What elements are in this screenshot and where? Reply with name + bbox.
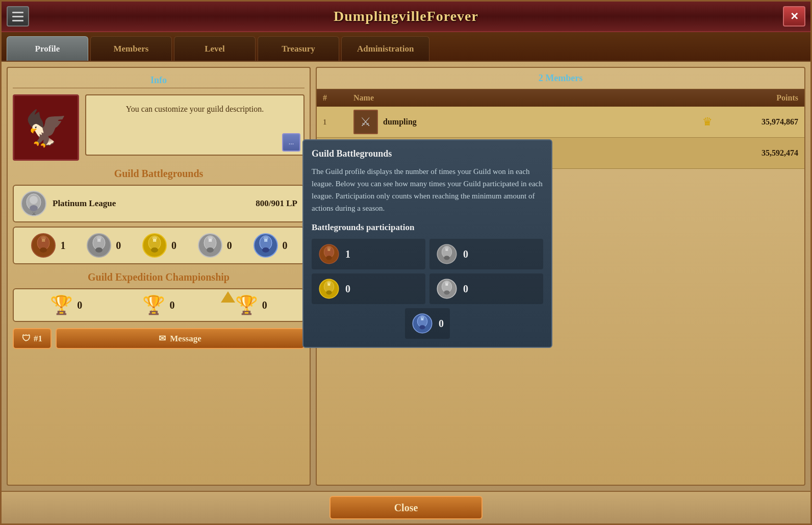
tooltip-platinum-icon: ♛	[436, 278, 458, 300]
tooltip-body: The Guild profile displays the number of…	[312, 165, 543, 214]
svg-text:♛: ♛	[444, 281, 449, 287]
svg-point-21	[207, 247, 214, 253]
trophy-silver: 🏆 0	[142, 294, 174, 316]
gold-trophy-count: 0	[77, 299, 82, 311]
title-bar: DumplingvilleForever ✕	[2, 2, 810, 32]
badge-platinum-count: 0	[227, 240, 232, 252]
members-header: 2 Members	[317, 68, 804, 89]
message-button[interactable]: ✉ Message	[56, 328, 304, 349]
tab-profile[interactable]: Profile	[7, 36, 88, 61]
tooltip-subtitle: Battlegrounds participation	[312, 222, 543, 233]
close-button[interactable]: Close	[329, 496, 483, 519]
edit-description-button[interactable]: ...	[282, 133, 300, 152]
svg-text:♛: ♛	[326, 246, 332, 252]
svg-text:♛: ♛	[420, 315, 425, 321]
badge-diamond: ♛ 0	[252, 232, 288, 259]
tab-members[interactable]: Members	[90, 36, 172, 61]
crown-icon: ♛	[702, 115, 713, 129]
badge-gold-count: 0	[171, 240, 176, 252]
tab-treasury[interactable]: Treasury	[258, 36, 339, 61]
member-points: 35,974,867	[717, 117, 798, 127]
league-name: Platinum League	[53, 198, 250, 209]
battlegrounds-title: Guild Battlegrounds	[13, 168, 304, 180]
message-label: Message	[170, 334, 201, 344]
tooltip-badges: ♛ 1 ♛ 0 ♛	[312, 239, 543, 339]
tooltip-badge-silver: ♛ 0	[429, 239, 543, 269]
message-icon: ✉	[159, 333, 166, 344]
tab-administration[interactable]: Administration	[341, 36, 429, 61]
svg-text:♛: ♛	[151, 236, 158, 243]
svg-point-33	[444, 256, 449, 260]
tooltip-popup: Guild Battlegrounds The Guild profile di…	[302, 139, 552, 348]
rank-label: #1	[34, 334, 42, 344]
svg-point-17	[151, 247, 158, 253]
svg-point-41	[444, 290, 449, 294]
svg-point-5	[30, 205, 38, 211]
close-window-button[interactable]: ✕	[783, 6, 805, 27]
silver-trophy-count: 0	[169, 299, 174, 311]
platinum-badge-icon: ♛	[196, 232, 224, 259]
table-header: # Name Points	[317, 89, 804, 107]
member-num: 1	[323, 118, 353, 127]
badge-platinum: ♛ 0	[196, 232, 232, 259]
svg-text:⚔: ⚔	[32, 211, 36, 216]
action-buttons: 🛡 #1 ✉ Message	[13, 328, 304, 349]
platinum-league-icon: ⚔	[20, 190, 47, 217]
tab-level[interactable]: Level	[174, 36, 256, 61]
svg-text:♛: ♛	[444, 246, 449, 252]
svg-text:♛: ♛	[207, 236, 213, 243]
member-name: dumpling	[383, 117, 702, 127]
tooltip-platinum-count: 0	[463, 283, 468, 295]
tooltip-title: Guild Battlegrounds	[312, 148, 543, 159]
svg-point-25	[262, 247, 269, 253]
gold-trophy-icon: 🏆	[50, 294, 73, 316]
svg-point-37	[326, 290, 332, 294]
league-lp: 800/901 LP	[256, 198, 297, 209]
svg-point-29	[326, 256, 332, 260]
tooltip-badge-bronze: ♛ 1	[312, 239, 425, 269]
tooltip-badge-diamond: ♛ 0	[405, 308, 450, 339]
svg-text:🦅: 🦅	[24, 108, 68, 149]
trophy-bronze: 🏆 0	[235, 294, 267, 316]
info-header: Info	[13, 73, 304, 88]
description-box: You can customize your guild description…	[85, 94, 304, 156]
svg-text:♛: ♛	[262, 236, 269, 243]
badges-row: ♛ 1 ♛ 0	[13, 227, 304, 264]
badge-diamond-count: 0	[283, 240, 288, 252]
tooltip-silver-count: 0	[463, 248, 468, 260]
tooltip-badge-platinum: ♛ 0	[429, 273, 543, 304]
svg-point-13	[95, 247, 103, 253]
svg-point-9	[40, 247, 47, 253]
svg-text:♛: ♛	[40, 236, 47, 243]
trophy-gold: 🏆 0	[50, 294, 82, 316]
tab-bar: Profile Members Level Treasury Administr…	[2, 32, 810, 62]
trophies-row: 🏆 0 🏆 0 🏆 0	[13, 288, 304, 322]
svg-text:♛: ♛	[326, 281, 332, 287]
tooltip-gold-count: 0	[345, 283, 350, 295]
member-points: 35,592,474	[717, 148, 798, 158]
badge-gold: ♛ 0	[141, 232, 176, 259]
description-text: You can customize your guild description…	[94, 103, 296, 115]
expedition-title: Guild Expedition Championship	[13, 271, 304, 283]
avatar: ⚔	[353, 110, 378, 134]
bronze-trophy-count: 0	[262, 299, 267, 311]
rank-button[interactable]: 🛡 #1	[13, 328, 52, 349]
badge-bronze: ♛ 1	[30, 232, 65, 259]
guild-emblem: 🦅	[13, 94, 79, 161]
col-hash: #	[323, 93, 353, 103]
tooltip-silver-icon: ♛	[436, 243, 458, 265]
menu-button[interactable]	[7, 6, 29, 27]
bronze-trophy-icon: 🏆	[235, 294, 258, 316]
diamond-badge-icon: ♛	[252, 232, 280, 259]
table-row: 1 ⚔ dumpling ♛ 35,974,867	[317, 107, 804, 138]
league-row: ⚔ Platinum League 800/901 LP	[13, 185, 304, 222]
svg-text:♛: ♛	[96, 236, 103, 243]
gold-badge-icon: ♛	[141, 232, 168, 259]
info-section: 🦅 You can customize your guild descripti…	[13, 94, 304, 161]
bronze-badge-icon: ♛	[30, 232, 57, 259]
badge-bronze-count: 1	[60, 240, 65, 252]
tooltip-gold-icon: ♛	[318, 278, 340, 300]
tooltip-bronze-icon: ♛	[318, 243, 340, 265]
eagle-icon: 🦅	[20, 102, 71, 153]
svg-point-4	[30, 196, 38, 204]
